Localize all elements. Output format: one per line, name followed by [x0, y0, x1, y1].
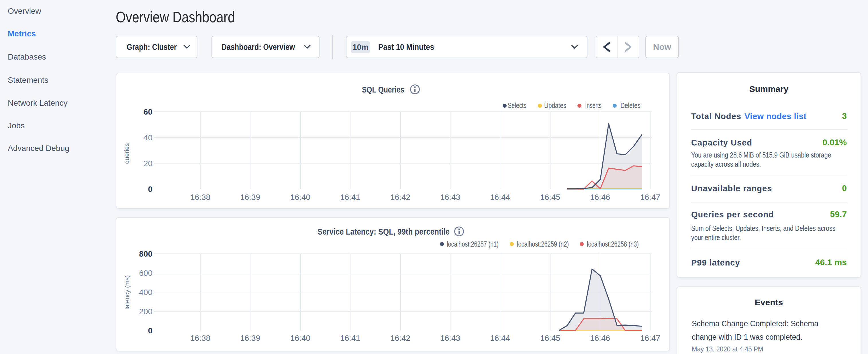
svg-text:600: 600: [139, 269, 152, 278]
svg-text:Inserts: Inserts: [585, 101, 601, 109]
svg-text:Service Latency: SQL, 99th per: Service Latency: SQL, 99th percentile: [317, 227, 450, 236]
svg-text:20: 20: [144, 159, 152, 168]
svg-text:0: 0: [148, 326, 152, 335]
svg-text:16:41: 16:41: [340, 193, 360, 202]
svg-text:16:38: 16:38: [190, 193, 210, 202]
svg-text:queries: queries: [123, 143, 130, 164]
svg-text:16:42: 16:42: [390, 334, 410, 343]
svg-text:16:40: 16:40: [290, 334, 310, 343]
svg-text:16:45: 16:45: [540, 193, 560, 202]
svg-text:Deletes: Deletes: [620, 101, 641, 109]
svg-text:localhost:26258 (n3): localhost:26258 (n3): [587, 240, 639, 248]
svg-text:16:47: 16:47: [640, 193, 660, 202]
svg-text:40: 40: [144, 133, 152, 142]
svg-text:localhost:26259 (n2): localhost:26259 (n2): [517, 240, 569, 248]
svg-text:16:46: 16:46: [590, 193, 610, 202]
svg-text:16:47: 16:47: [640, 334, 660, 343]
svg-text:16:43: 16:43: [440, 334, 460, 343]
svg-text:Selects: Selects: [508, 101, 526, 109]
svg-text:0: 0: [148, 185, 152, 194]
svg-text:400: 400: [139, 288, 152, 297]
svg-text:16:44: 16:44: [490, 193, 510, 202]
svg-text:16:41: 16:41: [340, 334, 360, 343]
svg-text:800: 800: [139, 250, 152, 258]
svg-text:latency (ms): latency (ms): [124, 275, 131, 310]
svg-text:16:40: 16:40: [290, 193, 310, 202]
svg-text:200: 200: [139, 307, 152, 316]
svg-text:16:44: 16:44: [490, 334, 510, 343]
svg-text:localhost:26257 (n1): localhost:26257 (n1): [447, 240, 499, 248]
svg-text:16:42: 16:42: [390, 193, 410, 202]
svg-text:SQL Queries: SQL Queries: [362, 85, 404, 94]
svg-text:16:38: 16:38: [190, 334, 210, 343]
svg-text:Updates: Updates: [544, 101, 566, 109]
svg-text:16:45: 16:45: [540, 334, 560, 343]
svg-text:16:43: 16:43: [440, 193, 460, 202]
svg-text:16:46: 16:46: [590, 334, 610, 343]
svg-text:16:39: 16:39: [240, 334, 260, 343]
svg-text:16:39: 16:39: [240, 193, 260, 202]
svg-text:60: 60: [144, 107, 152, 116]
